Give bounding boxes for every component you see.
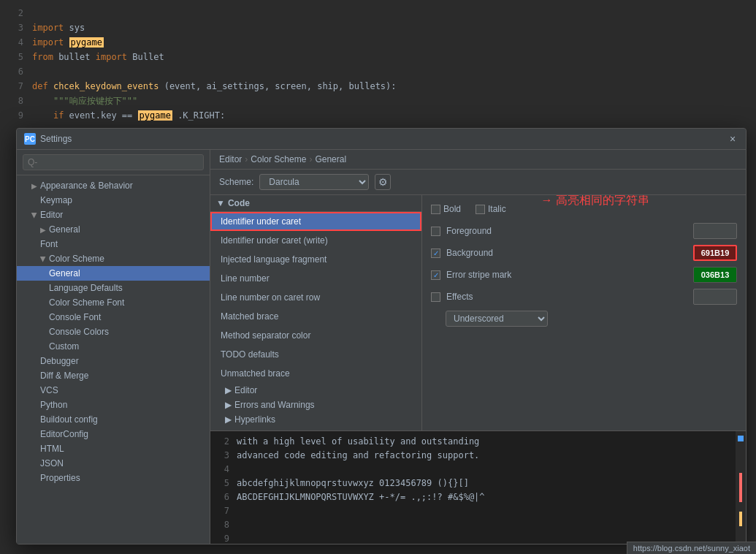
breadcrumb-editor: Editor [219, 154, 242, 164]
error-stripe-color-box[interactable]: 036B13 [693, 267, 737, 283]
sidebar-item-appearance[interactable]: ▶ Appearance & Behavior [17, 178, 210, 193]
effects-checkbox[interactable] [431, 292, 440, 302]
section-header-hyperlinks[interactable]: ▶ Hyperlinks [210, 412, 421, 427]
code-item-injected-language[interactable]: Injected language fragment [210, 250, 421, 269]
breadcrumb-sep1: › [245, 154, 248, 164]
sidebar-item-vcs[interactable]: VCS [17, 383, 210, 398]
sidebar-item-diff-merge[interactable]: Diff & Merge [17, 368, 210, 383]
section-arrow: ▼ [216, 198, 225, 208]
preview-side-marks [736, 431, 746, 544]
code-line: 7 def chcek_keydown_events (event, ai_se… [0, 79, 756, 94]
preview-lines: 2 with a high level of usability and out… [210, 431, 736, 544]
preview-line: 3 advanced code editing and refactoring … [210, 448, 736, 462]
code-item-method-separator[interactable]: Method separator color [210, 326, 421, 345]
foreground-color-box[interactable] [693, 223, 737, 239]
section-header-errors[interactable]: ▶ Errors and Warnings [210, 398, 421, 412]
sidebar-item-editorconfig[interactable]: EditorConfig [17, 427, 210, 441]
foreground-label: Foreground [446, 226, 687, 236]
sidebar-item-console-colors[interactable]: Console Colors [17, 325, 210, 339]
sidebar-item-console-font[interactable]: Console Font [17, 310, 210, 325]
code-item-line-number[interactable]: Line number [210, 269, 421, 288]
sidebar-item-debugger[interactable]: Debugger [17, 354, 210, 368]
sidebar-item-color-scheme[interactable]: ▶ Color Scheme [17, 251, 210, 266]
scheme-label: Scheme: [219, 177, 253, 187]
arrow-icon: ▶ [31, 212, 39, 218]
sidebar-item-properties[interactable]: Properties [17, 471, 210, 485]
sidebar-item-custom[interactable]: Custom [17, 339, 210, 354]
arrow-icon: ▶ [39, 256, 47, 262]
section-arrow: ▶ [225, 414, 232, 425]
error-stripe-checkbox[interactable] [431, 270, 440, 280]
side-mark-red [739, 473, 742, 502]
sidebar-item-python[interactable]: Python [17, 398, 210, 412]
italic-checkbox[interactable] [476, 205, 485, 214]
main-content: Editor › Color Scheme › General Scheme: … [210, 150, 746, 544]
code-list-panel: ▼ Code Identifier under caret Identifier… [210, 195, 422, 430]
breadcrumb-sep2: › [309, 154, 312, 164]
background-color-box[interactable]: 691B19 [693, 245, 737, 261]
section-label: Code [228, 198, 250, 208]
bold-checkbox[interactable] [431, 205, 440, 214]
code-line: 3 import sys [0, 20, 756, 35]
side-mark-blue [738, 436, 744, 441]
editor-area: ▼ Code Identifier under caret Identifier… [210, 195, 746, 430]
italic-label: Italic [488, 204, 506, 214]
dialog-titlebar: PC Settings × [17, 129, 746, 150]
scheme-select[interactable]: Darcula Default High contrast [259, 174, 369, 190]
dialog-body: ▶ Appearance & Behavior Keymap ▶ Editor … [17, 150, 746, 544]
search-bar [17, 150, 210, 175]
scheme-bar: Scheme: Darcula Default High contrast ⚙ [210, 170, 746, 195]
settings-sidebar: ▶ Appearance & Behavior Keymap ▶ Editor … [17, 150, 210, 544]
section-header-editor[interactable]: ▶ Editor [210, 383, 421, 398]
code-item-matched-brace[interactable]: Matched brace [210, 307, 421, 326]
close-button[interactable]: × [727, 133, 738, 145]
sidebar-item-color-scheme-font[interactable]: Color Scheme Font [17, 295, 210, 310]
section-arrow: ▶ [225, 385, 232, 395]
code-item-todo[interactable]: TODO defaults [210, 345, 421, 364]
preview-line: 5 abcdefghijklmnopqrstuvwxyz 0123456789 … [210, 476, 736, 490]
foreground-checkbox[interactable] [431, 227, 440, 236]
section-label: Editor [234, 385, 257, 395]
code-line: 9 if event.key == pygame .K_RIGHT: [0, 108, 756, 123]
error-stripe-row: Error stripe mark 036B13 [431, 267, 737, 283]
effects-row: Effects [431, 289, 737, 305]
sidebar-item-font[interactable]: Font [17, 237, 210, 251]
gear-button[interactable]: ⚙ [375, 174, 391, 190]
code-line: 2 [0, 6, 756, 20]
section-arrow: ▶ [225, 400, 232, 410]
breadcrumb-color-scheme: Color Scheme [251, 154, 306, 164]
sidebar-item-general[interactable]: ▶ General [17, 222, 210, 237]
effects-color-box[interactable] [693, 289, 737, 305]
arrow-icon: ▶ [31, 182, 37, 190]
background-row: Background 691B19 [431, 245, 737, 261]
code-item-unmatched-brace[interactable]: Unmatched brace [210, 364, 421, 383]
bold-label: Bold [443, 204, 461, 214]
search-input[interactable] [23, 154, 204, 170]
code-item-identifier-caret[interactable]: Identifier under caret [210, 212, 421, 231]
code-editor-bg: 2 3 import sys 4 import pygame 5 from bu… [0, 0, 756, 132]
section-label: Hyperlinks [234, 414, 275, 425]
sidebar-item-buildout-config[interactable]: Buildout config [17, 412, 210, 427]
effects-select[interactable]: Underscored Bordered Underwave Bold dott… [446, 311, 548, 327]
arrow-icon: ▶ [40, 226, 46, 234]
sidebar-item-html[interactable]: HTML [17, 441, 210, 456]
effects-dropdown-row: Underscored Bordered Underwave Bold dott… [431, 311, 737, 327]
sidebar-item-language-defaults[interactable]: Language Defaults [17, 281, 210, 295]
code-item-line-number-caret[interactable]: Line number on caret row [210, 288, 421, 307]
background-label: Background [446, 248, 687, 258]
annotation-desc: → 高亮相同的字符串 [541, 195, 649, 208]
url-text: https://blog.csdn.net/sunny_xiaot [633, 544, 750, 553]
code-line: 5 from bullet import Bullet [0, 50, 756, 64]
background-checkbox[interactable] [431, 248, 440, 258]
dialog-title: PC Settings [24, 133, 72, 145]
preview-line: 8 [210, 517, 736, 531]
properties-panel: 691b19 → 高亮相同的字符串 Bold Italic [422, 195, 746, 430]
section-header-code[interactable]: ▼ Code [210, 195, 421, 212]
code-item-identifier-caret-write[interactable]: Identifier under caret (write) [210, 231, 421, 250]
sidebar-item-json[interactable]: JSON [17, 456, 210, 471]
section-label: Errors and Warnings [234, 400, 315, 410]
dialog-title-text: Settings [40, 134, 72, 144]
sidebar-item-editor[interactable]: ▶ Editor [17, 208, 210, 222]
sidebar-item-keymap[interactable]: Keymap [17, 193, 210, 208]
sidebar-item-general-sub[interactable]: General [17, 266, 210, 281]
